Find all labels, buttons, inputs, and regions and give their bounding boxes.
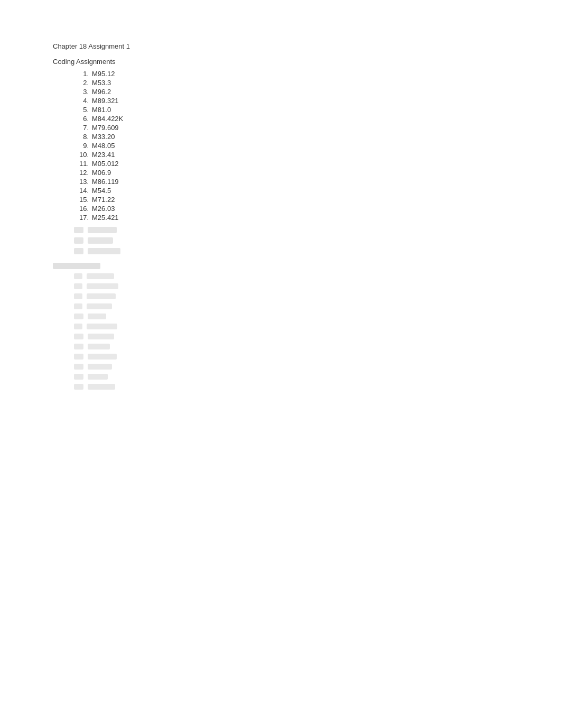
item-code: M54.5: [92, 187, 111, 195]
item-code: M33.20: [92, 133, 115, 141]
list-item: 17. M25.421: [74, 214, 508, 222]
list-item: 2. M53.3: [74, 79, 508, 87]
section-title: Coding Assignments: [53, 58, 508, 66]
item-code: M81.0: [92, 106, 111, 114]
item-code: M25.421: [92, 214, 119, 222]
list-item: 8. M33.20: [74, 133, 508, 141]
item-num: 15.: [74, 196, 89, 204]
list-item: 9. M48.05: [74, 142, 508, 150]
item-code: M86.119: [92, 178, 119, 186]
item-code: M71.22: [92, 196, 115, 204]
item-num: 8.: [74, 133, 89, 141]
list-item: 10. M23.41: [74, 151, 508, 159]
item-num: 12.: [74, 169, 89, 177]
blurred-sub-list: [74, 273, 508, 392]
item-code: M23.41: [92, 151, 115, 159]
item-num: 13.: [74, 178, 89, 186]
list-item: 11. M05.012: [74, 160, 508, 168]
item-code: M48.05: [92, 142, 115, 150]
page-container: Chapter 18 Assignment 1 Coding Assignmen…: [53, 42, 508, 392]
item-code: M84.422K: [92, 115, 123, 123]
item-num: 1.: [74, 70, 89, 78]
list-item: 16. M26.03: [74, 205, 508, 213]
list-item: 14. M54.5: [74, 187, 508, 195]
list-item: 4. M89.321: [74, 97, 508, 105]
item-code: M26.03: [92, 205, 115, 213]
coding-list: 1. M95.12 2. M53.3 3. M96.2 4. M89.321 5…: [74, 70, 508, 222]
item-code: M53.3: [92, 79, 111, 87]
list-item: 5. M81.0: [74, 106, 508, 114]
item-code: M79.609: [92, 124, 119, 132]
list-item: 6. M84.422K: [74, 115, 508, 123]
item-code: M95.12: [92, 70, 115, 78]
item-num: 17.: [74, 214, 89, 222]
item-num: 2.: [74, 79, 89, 87]
list-item: 12. M06.9: [74, 169, 508, 177]
item-code: M06.9: [92, 169, 111, 177]
list-item: 3. M96.2: [74, 88, 508, 96]
item-num: 16.: [74, 205, 89, 213]
item-num: 3.: [74, 88, 89, 96]
item-num: 6.: [74, 115, 89, 123]
item-num: 4.: [74, 97, 89, 105]
blurred-section-header: [53, 263, 508, 269]
item-num: 9.: [74, 142, 89, 150]
list-item: 1. M95.12: [74, 70, 508, 78]
list-item: 15. M71.22: [74, 196, 508, 204]
item-num: 10.: [74, 151, 89, 159]
list-item: 13. M86.119: [74, 178, 508, 186]
blurred-list-items: [74, 227, 508, 256]
item-code: M05.012: [92, 160, 119, 168]
item-num: 5.: [74, 106, 89, 114]
item-code: M96.2: [92, 88, 111, 96]
list-item: 7. M79.609: [74, 124, 508, 132]
page-title: Chapter 18 Assignment 1: [53, 42, 508, 50]
item-code: M89.321: [92, 97, 119, 105]
item-num: 11.: [74, 160, 89, 168]
item-num: 7.: [74, 124, 89, 132]
item-num: 14.: [74, 187, 89, 195]
